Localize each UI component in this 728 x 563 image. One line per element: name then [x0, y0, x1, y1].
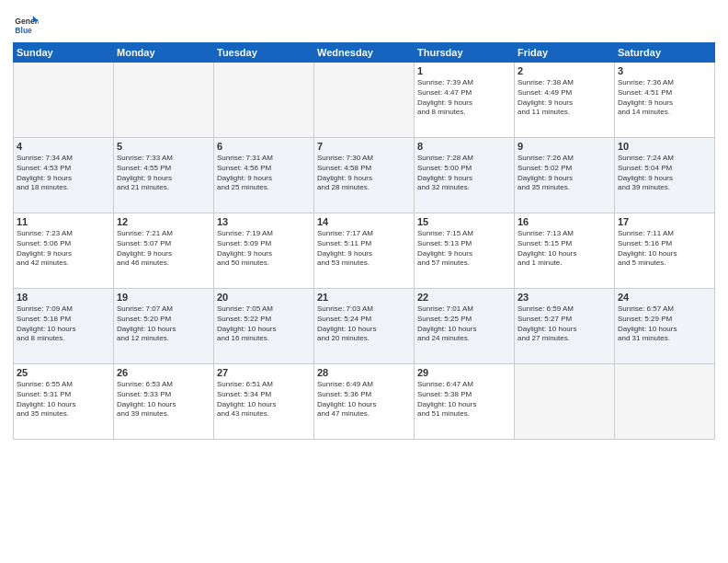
calendar-cell — [615, 364, 715, 440]
header-row: SundayMondayTuesdayWednesdayThursdayFrid… — [14, 43, 715, 63]
day-header-monday: Monday — [114, 43, 214, 63]
calendar-cell: 19Sunrise: 7:07 AM Sunset: 5:20 PM Dayli… — [114, 289, 214, 364]
cell-content: Sunrise: 7:13 AM Sunset: 5:15 PM Dayligh… — [518, 229, 611, 269]
calendar-cell: 23Sunrise: 6:59 AM Sunset: 5:27 PM Dayli… — [515, 289, 615, 364]
calendar-cell: 25Sunrise: 6:55 AM Sunset: 5:31 PM Dayli… — [14, 364, 114, 440]
cell-content: Sunrise: 7:21 AM Sunset: 5:07 PM Dayligh… — [117, 229, 210, 269]
calendar-cell: 12Sunrise: 7:21 AM Sunset: 5:07 PM Dayli… — [114, 213, 214, 289]
day-header-saturday: Saturday — [615, 43, 715, 63]
week-row-5: 25Sunrise: 6:55 AM Sunset: 5:31 PM Dayli… — [14, 364, 715, 440]
cell-content: Sunrise: 7:31 AM Sunset: 4:56 PM Dayligh… — [217, 154, 311, 193]
day-number: 14 — [317, 216, 411, 227]
cell-content: Sunrise: 7:11 AM Sunset: 5:16 PM Dayligh… — [618, 229, 711, 269]
day-number: 20 — [217, 292, 311, 303]
cell-content: Sunrise: 7:17 AM Sunset: 5:11 PM Dayligh… — [317, 229, 411, 269]
cell-content: Sunrise: 7:26 AM Sunset: 5:02 PM Dayligh… — [518, 154, 611, 193]
calendar-cell: 21Sunrise: 7:03 AM Sunset: 5:24 PM Dayli… — [314, 289, 415, 364]
cell-content: Sunrise: 7:28 AM Sunset: 5:00 PM Dayligh… — [417, 154, 511, 193]
day-number: 1 — [417, 65, 511, 76]
calendar-cell: 18Sunrise: 7:09 AM Sunset: 5:18 PM Dayli… — [14, 289, 114, 364]
header: General Blue — [13, 9, 715, 39]
cell-content: Sunrise: 6:59 AM Sunset: 5:27 PM Dayligh… — [518, 304, 611, 344]
cell-content: Sunrise: 6:47 AM Sunset: 5:38 PM Dayligh… — [417, 380, 511, 419]
logo: General Blue — [13, 13, 42, 39]
day-number: 26 — [117, 367, 210, 378]
cell-content: Sunrise: 7:36 AM Sunset: 4:51 PM Dayligh… — [618, 78, 711, 118]
day-number: 23 — [518, 292, 611, 303]
day-number: 4 — [17, 141, 110, 152]
calendar-cell: 17Sunrise: 7:11 AM Sunset: 5:16 PM Dayli… — [615, 213, 715, 289]
cell-content: Sunrise: 7:05 AM Sunset: 5:22 PM Dayligh… — [217, 304, 311, 344]
day-header-friday: Friday — [515, 43, 615, 63]
calendar-cell — [515, 364, 615, 440]
calendar-cell: 13Sunrise: 7:19 AM Sunset: 5:09 PM Dayli… — [214, 213, 314, 289]
calendar-cell: 16Sunrise: 7:13 AM Sunset: 5:15 PM Dayli… — [515, 213, 615, 289]
day-number: 22 — [417, 292, 511, 303]
calendar-cell: 5Sunrise: 7:33 AM Sunset: 4:55 PM Daylig… — [114, 138, 214, 213]
day-header-sunday: Sunday — [14, 43, 114, 63]
cell-content: Sunrise: 6:57 AM Sunset: 5:29 PM Dayligh… — [618, 304, 711, 344]
calendar-cell: 4Sunrise: 7:34 AM Sunset: 4:53 PM Daylig… — [14, 138, 114, 213]
calendar-cell: 14Sunrise: 7:17 AM Sunset: 5:11 PM Dayli… — [314, 213, 415, 289]
calendar-cell: 20Sunrise: 7:05 AM Sunset: 5:22 PM Dayli… — [214, 289, 314, 364]
week-row-1: 1Sunrise: 7:39 AM Sunset: 4:47 PM Daylig… — [14, 63, 715, 138]
cell-content: Sunrise: 7:24 AM Sunset: 5:04 PM Dayligh… — [618, 154, 711, 193]
day-number: 11 — [17, 216, 110, 227]
day-number: 5 — [117, 141, 210, 152]
cell-content: Sunrise: 7:38 AM Sunset: 4:49 PM Dayligh… — [518, 78, 611, 118]
calendar-cell: 22Sunrise: 7:01 AM Sunset: 5:25 PM Dayli… — [415, 289, 515, 364]
logo-icon: General Blue — [13, 13, 39, 39]
page: General Blue SundayMondayTuesdayWednesda… — [0, 0, 728, 563]
week-row-3: 11Sunrise: 7:23 AM Sunset: 5:06 PM Dayli… — [14, 213, 715, 289]
calendar-cell: 7Sunrise: 7:30 AM Sunset: 4:58 PM Daylig… — [314, 138, 415, 213]
week-row-4: 18Sunrise: 7:09 AM Sunset: 5:18 PM Dayli… — [14, 289, 715, 364]
cell-content: Sunrise: 6:51 AM Sunset: 5:34 PM Dayligh… — [217, 380, 311, 419]
day-number: 18 — [17, 292, 110, 303]
day-number: 8 — [417, 141, 511, 152]
cell-content: Sunrise: 7:30 AM Sunset: 4:58 PM Dayligh… — [317, 154, 411, 193]
calendar-cell: 1Sunrise: 7:39 AM Sunset: 4:47 PM Daylig… — [415, 63, 515, 138]
day-number: 24 — [618, 292, 711, 303]
cell-content: Sunrise: 7:19 AM Sunset: 5:09 PM Dayligh… — [217, 229, 311, 269]
calendar-cell — [314, 63, 415, 138]
day-number: 16 — [518, 216, 611, 227]
day-number: 27 — [217, 367, 311, 378]
day-number: 7 — [317, 141, 411, 152]
day-number: 17 — [618, 216, 711, 227]
svg-text:Blue: Blue — [15, 26, 32, 35]
calendar-cell: 3Sunrise: 7:36 AM Sunset: 4:51 PM Daylig… — [615, 63, 715, 138]
day-number: 19 — [117, 292, 210, 303]
cell-content: Sunrise: 7:33 AM Sunset: 4:55 PM Dayligh… — [117, 154, 210, 193]
calendar-cell — [214, 63, 314, 138]
day-number: 12 — [117, 216, 210, 227]
calendar-cell: 8Sunrise: 7:28 AM Sunset: 5:00 PM Daylig… — [415, 138, 515, 213]
day-header-thursday: Thursday — [415, 43, 515, 63]
calendar-cell — [14, 63, 114, 138]
day-number: 15 — [417, 216, 511, 227]
day-number: 25 — [17, 367, 110, 378]
day-number: 2 — [518, 65, 611, 76]
calendar-cell: 11Sunrise: 7:23 AM Sunset: 5:06 PM Dayli… — [14, 213, 114, 289]
calendar-cell: 29Sunrise: 6:47 AM Sunset: 5:38 PM Dayli… — [415, 364, 515, 440]
day-number: 6 — [217, 141, 311, 152]
cell-content: Sunrise: 7:09 AM Sunset: 5:18 PM Dayligh… — [17, 304, 110, 344]
cell-content: Sunrise: 6:53 AM Sunset: 5:33 PM Dayligh… — [117, 380, 210, 419]
cell-content: Sunrise: 6:49 AM Sunset: 5:36 PM Dayligh… — [317, 380, 411, 419]
day-number: 3 — [618, 65, 711, 76]
cell-content: Sunrise: 7:01 AM Sunset: 5:25 PM Dayligh… — [417, 304, 511, 344]
calendar-cell: 24Sunrise: 6:57 AM Sunset: 5:29 PM Dayli… — [615, 289, 715, 364]
calendar-cell: 9Sunrise: 7:26 AM Sunset: 5:02 PM Daylig… — [515, 138, 615, 213]
day-number: 13 — [217, 216, 311, 227]
calendar-table: SundayMondayTuesdayWednesdayThursdayFrid… — [13, 42, 715, 440]
calendar-cell: 28Sunrise: 6:49 AM Sunset: 5:36 PM Dayli… — [314, 364, 415, 440]
cell-content: Sunrise: 7:03 AM Sunset: 5:24 PM Dayligh… — [317, 304, 411, 344]
calendar-cell: 2Sunrise: 7:38 AM Sunset: 4:49 PM Daylig… — [515, 63, 615, 138]
cell-content: Sunrise: 7:23 AM Sunset: 5:06 PM Dayligh… — [17, 229, 110, 269]
calendar-cell: 27Sunrise: 6:51 AM Sunset: 5:34 PM Dayli… — [214, 364, 314, 440]
cell-content: Sunrise: 7:34 AM Sunset: 4:53 PM Dayligh… — [17, 154, 110, 193]
cell-content: Sunrise: 7:07 AM Sunset: 5:20 PM Dayligh… — [117, 304, 210, 344]
day-number: 10 — [618, 141, 711, 152]
day-number: 9 — [518, 141, 611, 152]
calendar-cell: 6Sunrise: 7:31 AM Sunset: 4:56 PM Daylig… — [214, 138, 314, 213]
cell-content: Sunrise: 7:39 AM Sunset: 4:47 PM Dayligh… — [417, 78, 511, 118]
